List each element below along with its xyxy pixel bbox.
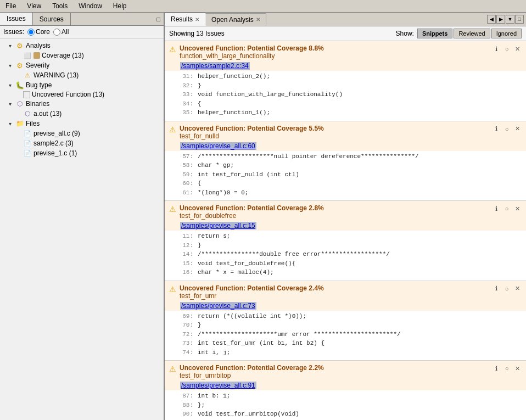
issue-subtitle-2: test_for_nulld (180, 132, 489, 140)
tree-node-previse-all[interactable]: 📄 previse_all.c (9) (0, 128, 164, 138)
issue-actions-3: ℹ ○ ✕ (492, 204, 522, 213)
tab-open-analysis[interactable]: Open Analysis ✕ (205, 13, 266, 26)
file-link-row-5: /samples/previse_all.c:91 (165, 380, 526, 390)
show-snippets-btn[interactable]: Snippets (417, 29, 452, 38)
code-line: 16: char * x = malloc(4); (180, 268, 522, 277)
issue-subtitle-1: function_with_large_functionality (180, 52, 489, 60)
tree-node-files[interactable]: ▾ 📁 Files (0, 119, 164, 128)
arrow-previse-1 (16, 150, 23, 156)
code-line: 88:}; (180, 401, 522, 410)
file-link-3[interactable]: /samples/previse_all.c:15 (180, 222, 256, 229)
issue-review-btn-4[interactable]: ○ (502, 284, 511, 293)
tree-label-previse-all: previse_all.c (9) (33, 130, 80, 137)
tab-maximize-btn[interactable]: □ (515, 15, 524, 24)
code-line: 90:void test_for_umrbitop(void) (180, 410, 522, 419)
issue-close-btn-5[interactable]: ✕ (513, 364, 522, 373)
code-line: 74: int i, j; (180, 348, 522, 357)
code-line: 73:int test_for_umr (int b1, int b2) { (180, 339, 522, 348)
tab-sources[interactable]: Sources (33, 13, 71, 25)
file-link-5[interactable]: /samples/previse_all.c:91 (180, 382, 256, 389)
issue-close-btn-4[interactable]: ✕ (513, 284, 522, 293)
issue-info-btn-3[interactable]: ℹ (492, 204, 501, 213)
issue-review-btn-2[interactable]: ○ (502, 125, 511, 133)
issue-info-btn-4[interactable]: ℹ (492, 284, 501, 293)
show-label: Show: (396, 30, 414, 37)
code-line: 33:void function_with_large_functionalit… (180, 90, 522, 99)
issue-warning-icon-4: ⚠ (169, 285, 176, 294)
issue-close-btn-1[interactable]: ✕ (513, 44, 522, 53)
issue-title-5: Uncovered Function: Potential Coverage 2… (180, 364, 489, 372)
tree-node-uncovered[interactable]: Uncovered Function (13) (0, 90, 164, 99)
left-panel: Issues Sources □ Issues: Core All ▾ ⚙ An… (0, 13, 165, 420)
files-folder-icon: 📁 (15, 119, 24, 128)
issue-review-btn-5[interactable]: ○ (502, 364, 511, 373)
aout-icon: ⬡ (23, 109, 32, 118)
show-ignored-btn[interactable]: Ignored (491, 29, 522, 38)
issue-title-group-1: Uncovered Function: Potential Coverage 8… (180, 44, 489, 60)
menu-help[interactable]: Help (110, 1, 130, 11)
tree-label-sample2: sample2.c (3) (33, 139, 74, 147)
tree-node-previse-1[interactable]: 📄 previse_1.c (1) (0, 148, 164, 158)
menu-file[interactable]: File (2, 1, 19, 11)
issue-title-group-2: Uncovered Function: Potential Coverage 5… (180, 125, 489, 140)
radio-core[interactable]: Core (27, 28, 50, 36)
tab-prev-btn[interactable]: ◀ (487, 15, 496, 24)
tree-label-binaries: Binaries (26, 100, 49, 108)
issue-close-btn-2[interactable]: ✕ (513, 125, 522, 133)
previse-1-icon: 📄 (23, 149, 32, 158)
show-reviewed-btn[interactable]: Reviewed (454, 29, 490, 38)
menubar: File View Tools Window Help (0, 0, 526, 13)
tree-node-coverage[interactable]: ⬜ Coverage (13) (0, 51, 164, 60)
tree-node-aout[interactable]: ⬡ a.out (13) (0, 109, 164, 119)
tree-node-bugtype[interactable]: ▾ 🐛 Bug type (0, 80, 164, 90)
issues-filter: Issues: Core All (0, 26, 164, 38)
menu-tools[interactable]: Tools (49, 1, 71, 11)
tab-open-analysis-close[interactable]: ✕ (256, 16, 260, 23)
tree-node-analysis[interactable]: ▾ ⚙ Analysis (0, 41, 164, 51)
issue-actions-2: ℹ ○ ✕ (492, 125, 522, 133)
menu-window[interactable]: Window (75, 1, 105, 11)
issue-info-btn-5[interactable]: ℹ (492, 364, 501, 373)
tab-results-close[interactable]: ✕ (195, 16, 199, 23)
radio-all[interactable]: All (53, 28, 69, 36)
file-link-4[interactable]: /samples/previse_all.c:73 (180, 302, 256, 310)
code-line: 69: return (*((volatile int *)0)); (180, 312, 522, 321)
issues-filter-label: Issues: (3, 28, 24, 36)
issue-title-3: Uncovered Function: Potential Coverage 2… (180, 204, 489, 212)
arrow-files: ▾ (9, 121, 15, 127)
file-link-row-3: /samples/previse_all.c:15 (165, 221, 526, 231)
file-link-1[interactable]: /samples/sample2.c:34 (180, 62, 250, 70)
maximize-left-icon[interactable]: □ (155, 15, 161, 24)
issue-block-1: ⚠ Uncovered Function: Potential Coverage… (165, 41, 526, 121)
code-line: 72: /*********************umr error ****… (180, 330, 522, 339)
issue-title-2: Uncovered Function: Potential Coverage 5… (180, 125, 489, 132)
file-link-2[interactable]: /samples/previse_all.c:60 (180, 142, 256, 150)
issue-close-btn-3[interactable]: ✕ (513, 204, 522, 213)
results-header: Showing 13 Issues Show: Snippets Reviewe… (165, 26, 526, 41)
issue-info-btn-2[interactable]: ℹ (492, 125, 501, 133)
tree-node-warning[interactable]: ⚠ WARNING (13) (0, 70, 164, 80)
tree-node-severity[interactable]: ▾ ⚙ Severity (0, 60, 164, 70)
tab-down-btn[interactable]: ▼ (506, 15, 514, 24)
left-panel-actions: □ (153, 14, 164, 24)
issue-title-1: Uncovered Function: Potential Coverage 8… (180, 44, 489, 52)
issue-warning-icon-1: ⚠ (169, 45, 176, 54)
code-line: 60: { (180, 179, 522, 188)
tab-next-btn[interactable]: ▶ (496, 15, 505, 24)
code-line: 15:void test_for_doublefree(){ (180, 259, 522, 268)
results-content[interactable]: ⚠ Uncovered Function: Potential Coverage… (165, 41, 526, 420)
issue-review-btn-3[interactable]: ○ (502, 204, 511, 213)
tree-label-warning: WARNING (13) (33, 71, 79, 79)
tree-node-sample2[interactable]: 📄 sample2.c (3) (0, 138, 164, 148)
previse-all-icon: 📄 (23, 129, 32, 138)
menu-view[interactable]: View (24, 1, 44, 11)
arrow-analysis: ▾ (9, 43, 15, 49)
tree-node-binaries[interactable]: ▾ ⬡ Binaries (0, 99, 164, 109)
issue-actions-5: ℹ ○ ✕ (492, 364, 522, 373)
tab-results[interactable]: Results ✕ (165, 13, 205, 26)
issue-review-btn-1[interactable]: ○ (502, 44, 511, 53)
tree: ▾ ⚙ Analysis ⬜ Coverage (13) ▾ ⚙ Severit… (0, 38, 164, 420)
tree-label-previse-1: previse_1.c (1) (33, 149, 77, 157)
tab-issues[interactable]: Issues (0, 13, 33, 25)
issue-info-btn-1[interactable]: ℹ (492, 44, 501, 53)
